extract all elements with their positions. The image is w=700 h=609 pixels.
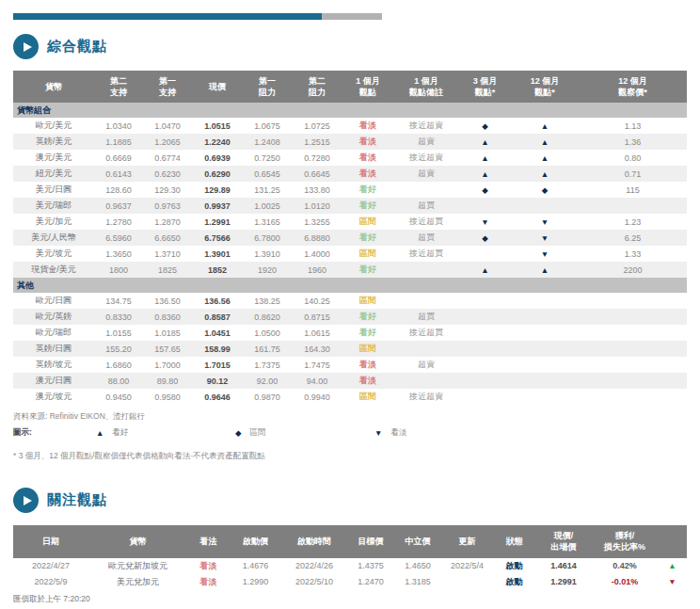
support-1: 1.7000 [143,357,192,373]
rate-timestamp: 匯價取於上午 7:20:20 [13,594,687,605]
column-header [658,525,687,557]
view-3m-icon: ▲ [459,262,511,278]
watch-price-12m [579,373,687,389]
column-header: 啟動時間 [281,525,347,557]
view-12m-icon: ▲ [511,150,579,166]
column-header: 啟動價 [230,525,281,557]
view: 看淡 [187,558,230,574]
neutral-price: 1.3185 [394,574,441,590]
pl-arrow-icon: ▲ [658,558,687,574]
watch-price-12m [579,341,687,357]
status-badge: 啟動 [493,574,535,590]
support-1: 136.50 [143,293,192,309]
column-header: 目標價 [347,525,394,557]
progress-bar-filled [13,13,322,20]
note-1m: 超買 [393,198,459,214]
progress-bar-track [322,13,382,20]
watch-price-12m [579,325,687,341]
view-3m-icon [459,373,511,389]
view-12m-icon [511,373,579,389]
spot-price: 6.7566 [192,230,243,246]
currency-pair: 美元/坡元 [13,246,94,262]
resistance-1: 1.2408 [243,134,292,150]
note-1m: 接近超賣 [393,150,459,166]
legend-label: 看好 [112,427,128,439]
focus-row: 2022/5/9美元兌加元看淡1.29902022/5/101.24701.31… [13,574,687,590]
view-3m-icon [459,198,511,214]
resistance-2: 0.8715 [292,309,342,325]
view-1m: 區間 [342,341,393,357]
currency-pair: 澳元/日圓 [13,373,94,389]
support-1: 0.6230 [143,166,192,182]
column-header: 日期 [13,525,88,557]
resistance-2: 0.9940 [292,389,342,405]
resistance-2: 1960 [292,262,342,278]
view-12m-icon [511,198,579,214]
resistance-2: 1.2515 [292,134,342,150]
support-1: 1825 [143,262,192,278]
play-triangle [24,42,32,52]
fx-row: 歐元/日圓134.75136.50136.56138.25140.25區間 [13,293,687,309]
support-2: 1.0340 [94,118,143,134]
group-header: 其他 [13,278,687,293]
spot-price: 0.6939 [192,150,243,166]
support-2: 0.9637 [94,198,143,214]
focus-table-header-row: 日期貨幣看法啟動價啟動時間目標價中立價更新狀態現價/ 出場價獲利/ 損失比率% [13,525,687,557]
note-1m [393,373,459,389]
watch-price-12m: 1.33 [579,246,687,262]
view-12m-icon: ▼ [511,246,579,262]
currency-pair: 歐元/瑞郎 [13,325,94,341]
fx-row: 英鎊/美元1.18851.20651.22401.24081.2515看淡超賣▲… [13,134,687,150]
updated-date: 2022/5/4 [441,558,493,574]
spot-price: 1852 [192,262,243,278]
spot-price: 1.3901 [192,246,243,262]
note-1m: 超買 [393,230,459,246]
view-3m-icon [459,309,511,325]
spot-price: 0.9646 [192,389,243,405]
resistance-2: 1.4000 [292,246,342,262]
view-12m-icon: ▲ [511,262,579,278]
fx-row: 美元/加元1.27801.28701.29911.31651.3255區間接近超… [13,214,687,230]
view-1m: 區間 [342,214,393,230]
support-1: 1.3710 [143,246,192,262]
column-header: 第一 支持 [143,71,192,103]
target-price: 1.4375 [347,558,394,574]
column-header: 獲利/ 損失比率% [592,525,658,557]
resistance-1: 0.8620 [243,309,292,325]
watch-price-12m [579,198,687,214]
view-12m-icon [511,309,579,325]
view-3m-icon: ▲ [459,150,511,166]
resistance-1: 0.6545 [243,166,292,182]
spot-price: 1.2240 [192,134,243,150]
bearish-triangle-down-icon: ▼ [374,428,382,438]
spot-price: 136.56 [192,293,243,309]
legend-item: ▲看好 [96,427,235,439]
note-1m [393,262,459,278]
view-12m-icon [511,341,579,357]
target-price: 1.2470 [347,574,394,590]
column-header: 1 個月 觀點 [342,71,393,103]
resistance-1: 161.75 [243,341,292,357]
spot-price: 90.12 [192,373,243,389]
currency-pair: 美元/日圓 [13,182,94,198]
play-icon [13,34,39,59]
spot-price: 129.89 [192,182,243,198]
fx-row: 美元/坡元1.36501.37101.39011.39101.4000區間接近超… [13,246,687,262]
view-3m-icon: ▼ [459,214,511,230]
support-2: 1800 [94,262,143,278]
support-2: 1.6860 [94,357,143,373]
resistance-1: 0.7250 [243,150,292,166]
resistance-1: 92.00 [243,373,292,389]
fx-row: 英鎊/日圓155.20157.65158.99161.75164.30區間 [13,341,687,357]
resistance-2: 0.7280 [292,150,342,166]
note-1m: 超賣 [393,134,459,150]
section1-title: 綜合觀點 [47,38,107,56]
column-header: 更新 [441,525,493,557]
currency-pair: 美元/人民幣 [13,230,94,246]
currency-pair: 美元/瑞郎 [13,198,94,214]
resistance-1: 138.25 [243,293,292,309]
footnote-3m-12m: * 3 個月、12 個月觀點/觀察價僅代表價格動向看法·不代表資產配置觀點 [13,451,687,462]
resistance-2: 1.3255 [292,214,342,230]
note-1m: 超賣 [393,357,459,373]
fx-row: 美元/日圓128.60129.30129.89131.25133.80看好◆◆1… [13,182,687,198]
